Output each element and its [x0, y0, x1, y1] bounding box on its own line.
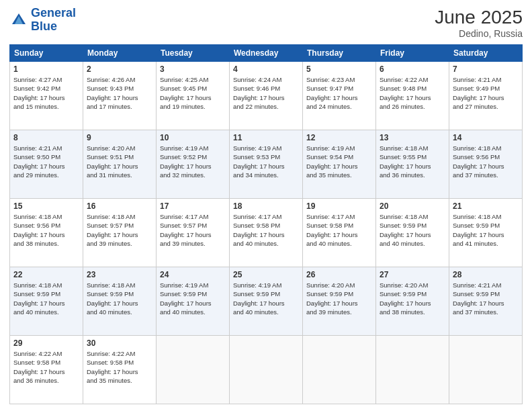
day-number: 21: [453, 201, 519, 211]
day-number: 1: [13, 64, 79, 74]
calendar-cell: 12Sunrise: 4:19 AMSunset: 9:54 PMDayligh…: [303, 130, 376, 199]
calendar-cell: 19Sunrise: 4:17 AMSunset: 9:58 PMDayligh…: [303, 199, 376, 267]
day-number: 23: [87, 270, 152, 279]
calendar-cell: [376, 336, 449, 404]
day-number: 9: [87, 133, 152, 142]
calendar-cell: 27Sunrise: 4:20 AMSunset: 9:59 PMDayligh…: [376, 267, 449, 336]
day-number: 20: [380, 201, 445, 211]
day-number: 12: [306, 133, 372, 142]
day-number: 13: [380, 133, 445, 142]
day-number: 3: [160, 64, 226, 74]
day-info: Sunrise: 4:19 AMSunset: 9:53 PMDaylight:…: [233, 144, 299, 179]
col-header-monday: Monday: [83, 45, 157, 62]
calendar-cell: 25Sunrise: 4:19 AMSunset: 9:59 PMDayligh…: [230, 267, 303, 336]
logo-icon: [9, 11, 28, 30]
calendar-cell: 28Sunrise: 4:21 AMSunset: 9:59 PMDayligh…: [449, 267, 523, 336]
day-info: Sunrise: 4:20 AMSunset: 9:59 PMDaylight:…: [306, 281, 372, 316]
day-info: Sunrise: 4:18 AMSunset: 9:59 PMDaylight:…: [87, 281, 152, 316]
calendar-cell: 8Sunrise: 4:21 AMSunset: 9:50 PMDaylight…: [10, 130, 83, 199]
calendar-cell: 26Sunrise: 4:20 AMSunset: 9:59 PMDayligh…: [303, 267, 376, 336]
calendar-cell: 18Sunrise: 4:17 AMSunset: 9:58 PMDayligh…: [230, 199, 303, 267]
day-info: Sunrise: 4:24 AMSunset: 9:46 PMDaylight:…: [233, 75, 299, 111]
calendar-cell: 11Sunrise: 4:19 AMSunset: 9:53 PMDayligh…: [230, 130, 303, 199]
day-number: 30: [87, 338, 152, 348]
day-number: 27: [380, 270, 445, 279]
calendar-cell: 13Sunrise: 4:18 AMSunset: 9:55 PMDayligh…: [376, 130, 449, 199]
day-number: 14: [453, 133, 519, 142]
day-info: Sunrise: 4:22 AMSunset: 9:58 PMDaylight:…: [13, 349, 79, 385]
calendar-cell: 24Sunrise: 4:19 AMSunset: 9:59 PMDayligh…: [157, 267, 230, 336]
day-info: Sunrise: 4:22 AMSunset: 9:58 PMDaylight:…: [87, 349, 152, 385]
calendar-cell: 16Sunrise: 4:18 AMSunset: 9:57 PMDayligh…: [83, 199, 157, 267]
day-number: 28: [453, 270, 519, 279]
day-number: 7: [453, 64, 519, 74]
calendar-cell: [449, 336, 523, 404]
calendar-cell: 20Sunrise: 4:18 AMSunset: 9:59 PMDayligh…: [376, 199, 449, 267]
day-number: 24: [160, 270, 226, 279]
calendar-cell: 2Sunrise: 4:26 AMSunset: 9:43 PMDaylight…: [83, 62, 157, 130]
logo-text: General Blue: [31, 7, 76, 34]
day-info: Sunrise: 4:18 AMSunset: 9:56 PMDaylight:…: [453, 144, 519, 179]
logo: General Blue: [9, 7, 76, 34]
calendar-cell: 30Sunrise: 4:22 AMSunset: 9:58 PMDayligh…: [83, 336, 157, 404]
day-info: Sunrise: 4:19 AMSunset: 9:59 PMDaylight:…: [160, 281, 226, 316]
day-info: Sunrise: 4:21 AMSunset: 9:59 PMDaylight:…: [453, 281, 519, 316]
day-info: Sunrise: 4:27 AMSunset: 9:42 PMDaylight:…: [13, 75, 79, 111]
day-number: 26: [306, 270, 372, 279]
day-number: 16: [87, 201, 152, 211]
day-info: Sunrise: 4:18 AMSunset: 9:59 PMDaylight:…: [380, 212, 445, 248]
day-number: 17: [160, 201, 226, 211]
day-info: Sunrise: 4:20 AMSunset: 9:51 PMDaylight:…: [87, 144, 152, 179]
calendar-cell: 15Sunrise: 4:18 AMSunset: 9:56 PMDayligh…: [10, 199, 83, 267]
calendar-cell: 7Sunrise: 4:21 AMSunset: 9:49 PMDaylight…: [449, 62, 523, 130]
title-block: June 2025 Dedino, Russia: [435, 7, 523, 39]
calendar-cell: 22Sunrise: 4:18 AMSunset: 9:59 PMDayligh…: [10, 267, 83, 336]
day-info: Sunrise: 4:18 AMSunset: 9:59 PMDaylight:…: [13, 281, 79, 316]
day-info: Sunrise: 4:18 AMSunset: 9:56 PMDaylight:…: [13, 212, 79, 248]
calendar-cell: 1Sunrise: 4:27 AMSunset: 9:42 PMDaylight…: [10, 62, 83, 130]
day-number: 6: [380, 64, 445, 74]
day-number: 22: [13, 270, 79, 279]
calendar-cell: 29Sunrise: 4:22 AMSunset: 9:58 PMDayligh…: [10, 336, 83, 404]
location: Dedino, Russia: [435, 28, 523, 39]
calendar-cell: 9Sunrise: 4:20 AMSunset: 9:51 PMDaylight…: [83, 130, 157, 199]
calendar-cell: 3Sunrise: 4:25 AMSunset: 9:45 PMDaylight…: [157, 62, 230, 130]
day-number: 15: [13, 201, 79, 211]
day-info: Sunrise: 4:21 AMSunset: 9:50 PMDaylight:…: [13, 144, 79, 179]
day-info: Sunrise: 4:19 AMSunset: 9:59 PMDaylight:…: [233, 281, 299, 316]
day-info: Sunrise: 4:25 AMSunset: 9:45 PMDaylight:…: [160, 75, 226, 111]
day-number: 25: [233, 270, 299, 279]
calendar-cell: 5Sunrise: 4:23 AMSunset: 9:47 PMDaylight…: [303, 62, 376, 130]
calendar-cell: 14Sunrise: 4:18 AMSunset: 9:56 PMDayligh…: [449, 130, 523, 199]
day-info: Sunrise: 4:26 AMSunset: 9:43 PMDaylight:…: [87, 75, 152, 111]
calendar-table: SundayMondayTuesdayWednesdayThursdayFrid…: [9, 44, 523, 404]
day-number: 19: [306, 201, 372, 211]
logo-general: General: [31, 6, 76, 19]
calendar-cell: [230, 336, 303, 404]
calendar-cell: 4Sunrise: 4:24 AMSunset: 9:46 PMDaylight…: [230, 62, 303, 130]
calendar-cell: 17Sunrise: 4:17 AMSunset: 9:57 PMDayligh…: [157, 199, 230, 267]
col-header-wednesday: Wednesday: [230, 45, 303, 62]
col-header-sunday: Sunday: [10, 45, 83, 62]
calendar-cell: [157, 336, 230, 404]
col-header-friday: Friday: [376, 45, 449, 62]
col-header-tuesday: Tuesday: [157, 45, 230, 62]
day-info: Sunrise: 4:21 AMSunset: 9:49 PMDaylight:…: [453, 75, 519, 111]
day-number: 18: [233, 201, 299, 211]
day-info: Sunrise: 4:20 AMSunset: 9:59 PMDaylight:…: [380, 281, 445, 316]
day-info: Sunrise: 4:22 AMSunset: 9:48 PMDaylight:…: [380, 75, 445, 111]
day-info: Sunrise: 4:17 AMSunset: 9:58 PMDaylight:…: [233, 212, 299, 248]
day-info: Sunrise: 4:23 AMSunset: 9:47 PMDaylight:…: [306, 75, 372, 111]
day-number: 2: [87, 64, 152, 74]
calendar-cell: 10Sunrise: 4:19 AMSunset: 9:52 PMDayligh…: [157, 130, 230, 199]
day-number: 10: [160, 133, 226, 142]
day-info: Sunrise: 4:19 AMSunset: 9:52 PMDaylight:…: [160, 144, 226, 179]
day-info: Sunrise: 4:17 AMSunset: 9:57 PMDaylight:…: [160, 212, 226, 248]
col-header-thursday: Thursday: [303, 45, 376, 62]
calendar-cell: [303, 336, 376, 404]
calendar-cell: 23Sunrise: 4:18 AMSunset: 9:59 PMDayligh…: [83, 267, 157, 336]
day-info: Sunrise: 4:18 AMSunset: 9:55 PMDaylight:…: [380, 144, 445, 179]
day-info: Sunrise: 4:19 AMSunset: 9:54 PMDaylight:…: [306, 144, 372, 179]
day-info: Sunrise: 4:18 AMSunset: 9:57 PMDaylight:…: [87, 212, 152, 248]
logo-blue: Blue: [31, 19, 57, 33]
